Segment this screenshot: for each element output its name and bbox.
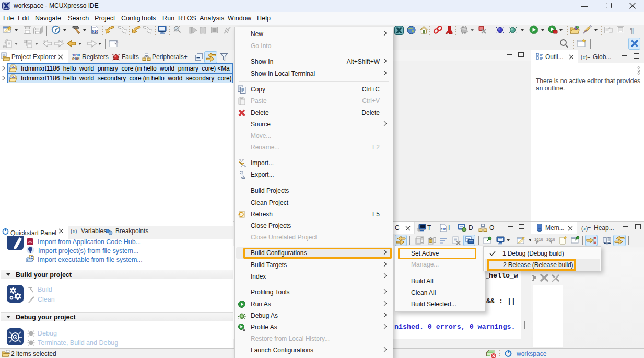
svg-text:)=: )= <box>586 226 591 232</box>
svg-text:010: 010 <box>441 228 447 231</box>
svg-text:1010: 1010 <box>534 237 543 242</box>
svg-text:010: 010 <box>92 30 98 33</box>
svg-text:)=: )= <box>586 54 590 60</box>
svg-text:1010: 1010 <box>546 237 555 242</box>
svg-text:0101: 0101 <box>72 57 80 61</box>
svg-text:)=: )= <box>75 228 80 234</box>
